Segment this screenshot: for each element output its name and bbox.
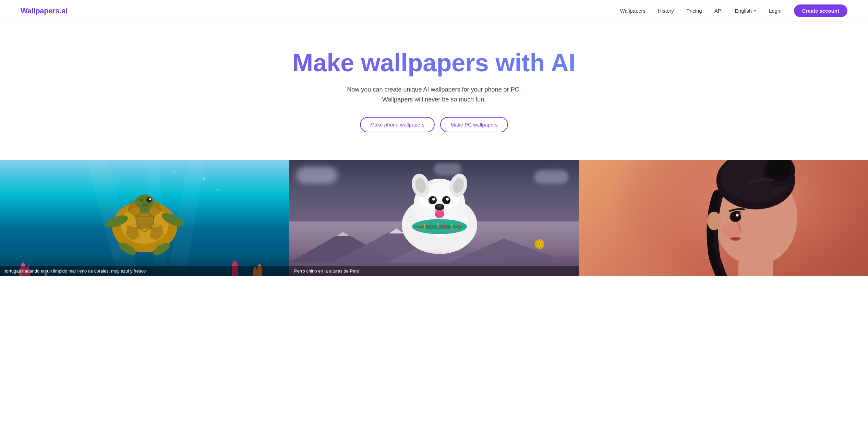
language-label: English [735, 8, 752, 14]
svg-point-11 [146, 203, 147, 204]
language-selector[interactable]: English ▼ [735, 8, 757, 14]
hero-buttons: Make phone wallpapers Make PC wallpapers [7, 117, 861, 132]
gallery-item-turtle[interactable]: tortugas nadando en un limpido mar lleno… [0, 160, 289, 276]
nav-link-api[interactable]: API [714, 8, 723, 14]
svg-point-47 [429, 196, 437, 204]
svg-rect-17 [140, 206, 150, 213]
svg-point-64 [707, 212, 721, 230]
svg-point-49 [432, 198, 435, 201]
svg-point-53 [435, 210, 444, 218]
hero-subtitle: Now you can create unique AI wallpapers … [331, 85, 537, 105]
svg-point-50 [446, 198, 449, 201]
nav-links: Wallpapers History Pricing API English ▼… [620, 4, 847, 17]
svg-point-66 [731, 213, 740, 221]
svg-point-48 [442, 196, 450, 204]
make-pc-wallpapers-button[interactable]: Make PC wallpapers [440, 117, 508, 132]
gallery-item-girl[interactable] [579, 160, 868, 276]
hero-title: Make wallpapers with AI [7, 49, 861, 76]
nav-link-pricing[interactable]: Pricing [686, 8, 702, 14]
hero-section: Make wallpapers with AI Now you can crea… [0, 22, 868, 153]
navbar: Wallpapers.ai Wallpapers History Pricing… [0, 0, 868, 22]
gallery-item-dog[interactable]: ● Perro chino en la alturas de Perú [289, 160, 579, 276]
svg-point-68 [721, 222, 742, 237]
svg-marker-23 [337, 232, 350, 236]
chevron-down-icon: ▼ [753, 9, 757, 13]
svg-point-8 [146, 197, 152, 203]
svg-point-52 [437, 205, 442, 207]
svg-point-12 [143, 203, 145, 204]
svg-point-9 [149, 198, 151, 200]
svg-point-67 [736, 214, 738, 216]
login-link[interactable]: Login [769, 8, 782, 14]
nav-link-wallpapers[interactable]: Wallpapers [620, 8, 646, 14]
make-phone-wallpapers-button[interactable]: Make phone wallpapers [360, 117, 435, 132]
gallery: tortugas nadando en un limpido mar lleno… [0, 160, 868, 276]
svg-point-10 [140, 199, 143, 202]
gallery-caption-dog: Perro chino en la alturas de Perú [289, 266, 579, 276]
create-account-button[interactable]: Create account [794, 4, 847, 17]
nav-link-history[interactable]: History [658, 8, 674, 14]
gallery-caption-turtle: tortugas nadando en un limpido mar lleno… [0, 266, 289, 276]
brand-logo[interactable]: Wallpapers.ai [21, 7, 68, 15]
